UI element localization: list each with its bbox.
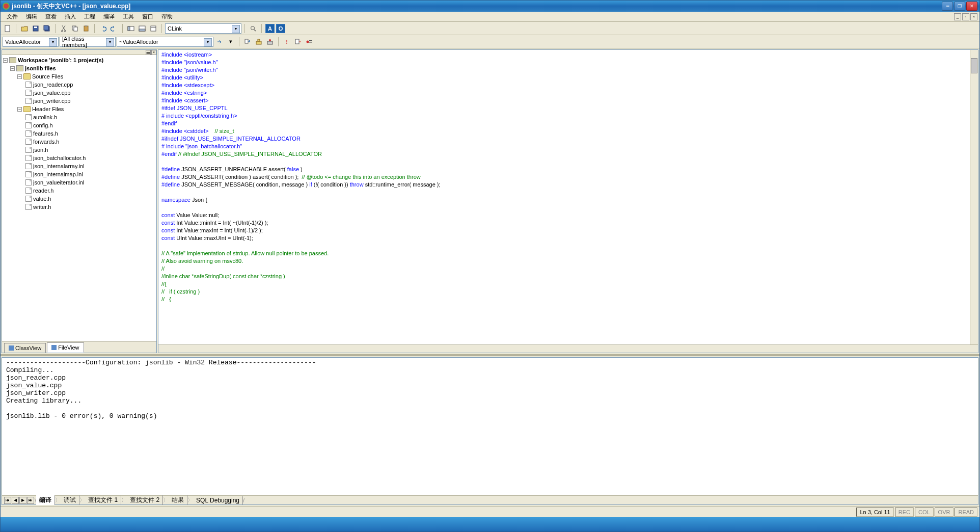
- svg-rect-19: [245, 39, 248, 43]
- workspace-close-button[interactable]: ×: [151, 50, 156, 55]
- svg-rect-12: [128, 26, 130, 31]
- build-button[interactable]: [254, 37, 264, 47]
- cut-button[interactable]: [59, 23, 69, 34]
- tab-fileview[interactable]: FileView: [47, 342, 84, 353]
- member-combo[interactable]: ~ValueAllocator: [117, 37, 213, 47]
- output-tab-next[interactable]: ▶: [19, 497, 26, 504]
- goto-button[interactable]: [214, 37, 225, 47]
- svg-rect-21: [258, 39, 260, 41]
- svg-rect-28: [309, 42, 312, 43]
- close-button[interactable]: ✕: [966, 2, 977, 11]
- menu-view[interactable]: 查看: [41, 12, 61, 21]
- file-tree[interactable]: −Workspace 'jsonlib': 1 project(s) −json…: [2, 55, 156, 341]
- svg-rect-15: [151, 26, 156, 31]
- tree-file[interactable]: reader.h: [3, 187, 155, 195]
- mdi-close-button[interactable]: ×: [970, 13, 977, 20]
- breakpoint-button[interactable]: [304, 37, 314, 47]
- window-title: jsonlib - 创天中文VC++ - [json_value.cpp]: [12, 2, 942, 11]
- find-button[interactable]: [248, 23, 258, 34]
- menu-tools[interactable]: 工具: [119, 12, 138, 21]
- stop-build-button[interactable]: [265, 37, 275, 47]
- output-tab-sql[interactable]: SQL Debugging: [193, 496, 243, 504]
- members-filter-combo[interactable]: [All class members]: [60, 37, 116, 47]
- output-text[interactable]: --------------------Configuration: jsonl…: [2, 358, 978, 495]
- menu-file[interactable]: 文件: [3, 12, 22, 21]
- menu-window[interactable]: 窗口: [138, 12, 157, 21]
- toggle-o-button[interactable]: O: [276, 24, 285, 33]
- tree-file[interactable]: value.h: [3, 195, 155, 203]
- tree-file[interactable]: json_batchallocator.h: [3, 154, 155, 162]
- output-button[interactable]: [137, 23, 147, 34]
- workspace-dock-button[interactable]: ▬: [146, 50, 151, 55]
- save-all-button[interactable]: [42, 23, 52, 34]
- svg-point-5: [62, 30, 63, 32]
- menu-build[interactable]: 编译: [99, 12, 119, 21]
- tree-file[interactable]: features.h: [3, 129, 155, 138]
- open-button[interactable]: [19, 23, 30, 34]
- tree-workspace-root[interactable]: −Workspace 'jsonlib': 1 project(s): [3, 56, 155, 64]
- minimize-button[interactable]: ━: [942, 2, 953, 11]
- tree-file[interactable]: json_value.cpp: [3, 89, 155, 97]
- svg-point-17: [251, 26, 255, 30]
- new-file-button[interactable]: [3, 23, 13, 34]
- menu-project[interactable]: 工程: [80, 12, 99, 21]
- tree-file[interactable]: writer.h: [3, 203, 155, 211]
- tree-file[interactable]: autolink.h: [3, 113, 155, 121]
- tree-folder-source[interactable]: −Source Files: [3, 72, 155, 81]
- svg-rect-9: [84, 26, 88, 31]
- status-read: READ: [955, 508, 977, 517]
- output-tab-find1[interactable]: 查找文件 1: [85, 495, 121, 505]
- output-tab-find2[interactable]: 查找文件 2: [127, 495, 163, 505]
- toggle-a-button[interactable]: A: [265, 24, 275, 33]
- copy-button[interactable]: [70, 23, 80, 34]
- menu-insert[interactable]: 插入: [61, 12, 80, 21]
- wizardbar-toolbar: ValueAllocator [All class members] ~Valu…: [1, 35, 979, 48]
- undo-button[interactable]: [98, 23, 108, 34]
- paste-button[interactable]: [81, 23, 91, 34]
- status-ovr: OVR: [935, 508, 954, 517]
- tree-file[interactable]: json.h: [3, 146, 155, 154]
- menu-help[interactable]: 帮助: [157, 12, 177, 21]
- save-button[interactable]: [31, 23, 41, 34]
- output-tab-debug[interactable]: 调试: [61, 495, 79, 505]
- output-tab-build[interactable]: 编译: [36, 495, 55, 505]
- workspace-button[interactable]: [126, 23, 136, 34]
- find-combo[interactable]: CLink: [165, 23, 241, 34]
- svg-point-23: [269, 39, 271, 41]
- output-tab-results[interactable]: 结果: [169, 495, 187, 505]
- tab-classview[interactable]: ClassView: [4, 343, 46, 353]
- window-list-button[interactable]: [148, 23, 158, 34]
- tree-file[interactable]: config.h: [3, 121, 155, 129]
- compile-button[interactable]: [242, 37, 253, 47]
- menu-edit[interactable]: 编辑: [22, 12, 41, 21]
- taskbar[interactable]: [1, 517, 979, 531]
- status-cursor-pos: Ln 3, Col 11: [856, 508, 893, 517]
- svg-point-6: [65, 30, 66, 32]
- execute-button[interactable]: !: [282, 37, 292, 47]
- tree-file[interactable]: json_internalarray.inl: [3, 162, 155, 170]
- class-combo[interactable]: ValueAllocator: [3, 37, 59, 47]
- mdi-minimize-button[interactable]: _: [954, 13, 961, 20]
- output-tab-prev[interactable]: ◀: [12, 497, 19, 504]
- tree-file[interactable]: json_reader.cpp: [3, 81, 155, 89]
- output-tab-last[interactable]: ⏭: [27, 497, 34, 504]
- horizontal-scrollbar[interactable]: [158, 344, 978, 353]
- tree-file[interactable]: json_valueiterator.inl: [3, 178, 155, 187]
- tree-folder-header[interactable]: −Header Files: [3, 105, 155, 113]
- tree-project[interactable]: −jsonlib files: [3, 64, 155, 72]
- svg-rect-4: [44, 25, 48, 30]
- tree-file[interactable]: json_writer.cpp: [3, 97, 155, 105]
- vertical-scrollbar[interactable]: [970, 50, 978, 344]
- output-pane: --------------------Configuration: jsonl…: [2, 357, 978, 505]
- redo-button[interactable]: [109, 23, 119, 34]
- go-button[interactable]: [293, 37, 303, 47]
- mdi-restore-button[interactable]: ▫: [962, 13, 969, 20]
- svg-rect-25: [295, 39, 299, 44]
- maximize-button[interactable]: ❐: [954, 2, 965, 11]
- code-editor[interactable]: #include <iostream> #include "json/value…: [158, 49, 978, 353]
- wizard-menu-button[interactable]: ▾: [226, 37, 236, 47]
- tree-file[interactable]: json_internalmap.inl: [3, 170, 155, 178]
- app-icon: [3, 3, 10, 10]
- tree-file[interactable]: forwards.h: [3, 138, 155, 146]
- output-tab-first[interactable]: ⏮: [4, 497, 11, 504]
